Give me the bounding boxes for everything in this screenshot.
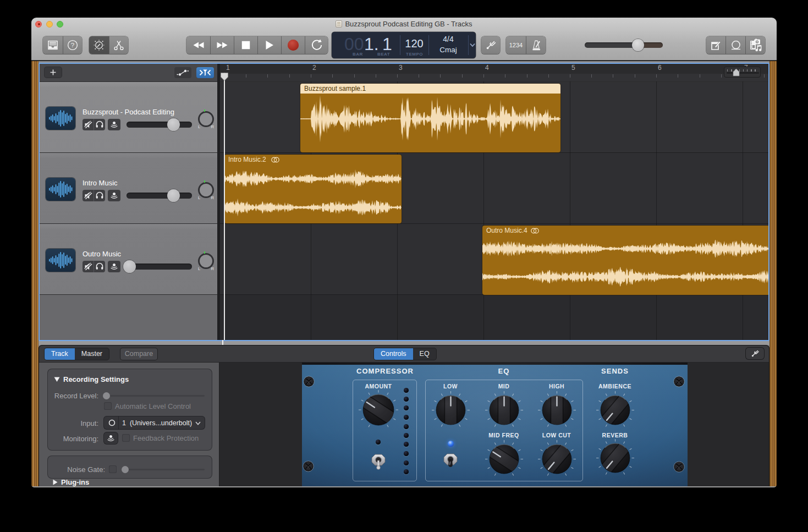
svg-text:1234: 1234 bbox=[509, 42, 523, 48]
svg-text:?: ? bbox=[71, 42, 74, 48]
